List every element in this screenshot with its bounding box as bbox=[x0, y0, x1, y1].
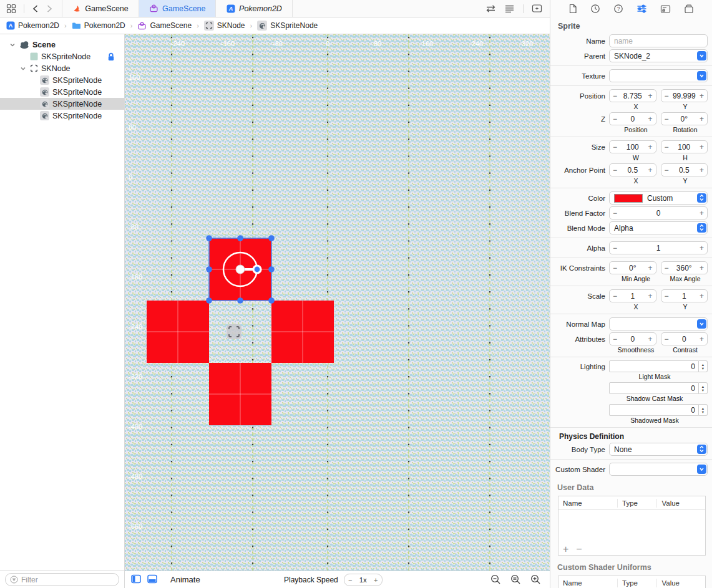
stepper-plus[interactable]: + bbox=[696, 264, 707, 272]
body-type-popup[interactable]: None bbox=[609, 443, 708, 456]
stepper-minus[interactable]: − bbox=[661, 92, 672, 100]
add-editor-icon[interactable] bbox=[532, 4, 542, 13]
selection-handle[interactable] bbox=[268, 297, 275, 304]
stepper-minus[interactable]: − bbox=[610, 292, 620, 301]
stepper-minus[interactable]: − bbox=[610, 335, 620, 344]
selection-handle[interactable] bbox=[237, 297, 243, 304]
anchor-x-stepper[interactable]: −0.5+ bbox=[609, 163, 656, 176]
blend-mode-popup[interactable]: Alpha bbox=[609, 221, 708, 234]
tree-row-sknode[interactable]: SKNode bbox=[0, 62, 124, 74]
stepper-plus[interactable]: + bbox=[696, 115, 707, 123]
swap-editor-icon[interactable] bbox=[485, 4, 496, 13]
history-inspector-icon[interactable] bbox=[590, 4, 600, 14]
selection-handle[interactable] bbox=[268, 266, 275, 272]
stepper-plus[interactable]: + bbox=[645, 115, 656, 123]
z-rotation-stepper[interactable]: −0°+ bbox=[661, 112, 708, 125]
stepper-plus[interactable]: + bbox=[645, 92, 656, 100]
ik-max-stepper[interactable]: −360°+ bbox=[661, 261, 708, 274]
position-y-stepper[interactable]: −99.999+ bbox=[661, 89, 708, 102]
chevron-down-icon[interactable] bbox=[697, 51, 706, 60]
alpha-stepper[interactable]: −1+ bbox=[609, 241, 708, 254]
library-inspector-icon[interactable] bbox=[684, 4, 694, 14]
disclosure-chevron-icon[interactable] bbox=[19, 65, 27, 72]
selection-handle[interactable] bbox=[206, 266, 212, 272]
stepper-arrows-icon[interactable]: ▴▾ bbox=[699, 382, 708, 394]
tree-row-skspritenode-3-selected[interactable]: SKSpriteNode bbox=[0, 98, 124, 110]
tree-row-skspritenode-4[interactable]: SKSpriteNode bbox=[0, 110, 124, 122]
forward-icon[interactable] bbox=[46, 4, 53, 13]
tab-gamescene-sks[interactable]: GameScene bbox=[139, 0, 216, 17]
breadcrumb-sknode[interactable]: SKNode bbox=[204, 21, 245, 31]
tab-pokemon2d[interactable]: A Pokemon2D bbox=[216, 0, 293, 17]
stepper-minus[interactable]: − bbox=[610, 244, 620, 253]
texture-combo[interactable] bbox=[609, 69, 708, 82]
stepper-minus[interactable]: − bbox=[610, 92, 620, 100]
breadcrumb-folder[interactable]: Pokemon2D bbox=[72, 21, 125, 30]
stepper-plus[interactable]: + bbox=[696, 335, 707, 344]
add-user-data-button[interactable]: + bbox=[563, 545, 568, 553]
z-position-stepper[interactable]: −0+ bbox=[609, 112, 656, 125]
stepper-minus[interactable]: − bbox=[661, 143, 672, 152]
normal-map-combo[interactable] bbox=[609, 317, 708, 330]
scene-canvas[interactable]: -240-160-80080160240320 160800-80-160-24… bbox=[125, 34, 550, 571]
related-items-icon[interactable] bbox=[6, 4, 16, 14]
scale-y-stepper[interactable]: −1+ bbox=[661, 289, 708, 302]
zoom-in-icon[interactable] bbox=[530, 574, 541, 585]
stepper-plus[interactable]: + bbox=[696, 143, 707, 152]
stepper-plus[interactable]: + bbox=[696, 209, 707, 218]
animate-button[interactable]: Animate bbox=[170, 575, 200, 584]
stepper-plus[interactable]: + bbox=[645, 264, 656, 272]
smoothness-stepper[interactable]: −0+ bbox=[609, 332, 656, 345]
breadcrumb-gamescene[interactable]: GameScene bbox=[137, 21, 192, 31]
color-popup[interactable]: Custom bbox=[609, 191, 708, 205]
stepper-minus[interactable]: − bbox=[661, 166, 672, 175]
stepper-plus[interactable]: + bbox=[645, 166, 656, 175]
stepper-plus[interactable]: + bbox=[645, 292, 656, 301]
zoom-fit-icon[interactable] bbox=[510, 574, 521, 585]
zoom-out-icon[interactable] bbox=[490, 574, 501, 585]
anchor-y-stepper[interactable]: −0.5+ bbox=[661, 163, 708, 176]
stepper-minus[interactable]: − bbox=[610, 143, 620, 152]
tab-gamescene-swift[interactable]: GameScene bbox=[62, 0, 139, 17]
stepper-minus[interactable]: − bbox=[610, 209, 620, 218]
blend-factor-stepper[interactable]: −0+ bbox=[609, 206, 708, 219]
stepper-arrows-icon[interactable]: ▴▾ bbox=[699, 404, 708, 416]
shadowed-mask-field[interactable]: 0▴▾ bbox=[609, 404, 708, 416]
custom-shader-combo[interactable] bbox=[609, 463, 708, 476]
breadcrumb-skspritenode[interactable]: SKSpriteNode bbox=[257, 21, 318, 31]
ik-min-stepper[interactable]: −0°+ bbox=[609, 261, 656, 274]
scale-x-stepper[interactable]: −1+ bbox=[609, 289, 656, 302]
chevron-down-icon[interactable] bbox=[697, 319, 706, 329]
chevron-down-icon[interactable] bbox=[697, 71, 706, 80]
stepper-plus[interactable]: + bbox=[696, 166, 707, 175]
parent-combo[interactable]: SKNode_2 bbox=[609, 49, 708, 62]
size-inspector-icon[interactable] bbox=[660, 4, 671, 14]
file-inspector-icon[interactable] bbox=[568, 4, 577, 14]
size-w-stepper[interactable]: −100+ bbox=[609, 140, 656, 153]
stepper-minus[interactable]: − bbox=[661, 115, 672, 123]
stepper-minus[interactable]: − bbox=[661, 264, 672, 272]
stepper-minus[interactable]: − bbox=[661, 292, 672, 301]
tree-row-skspritenode-bg[interactable]: SKSpriteNode bbox=[0, 51, 124, 62]
playback-speed-stepper[interactable]: − 1x + bbox=[344, 574, 383, 586]
toggle-left-panel-icon[interactable] bbox=[131, 574, 141, 584]
filter-input[interactable]: Filter bbox=[5, 573, 119, 586]
tree-row-skspritenode-2[interactable]: SKSpriteNode bbox=[0, 86, 124, 98]
stepper-arrows-icon[interactable]: ▴▾ bbox=[699, 360, 708, 372]
attributes-inspector-icon[interactable] bbox=[636, 4, 647, 14]
light-mask-field[interactable]: 0▴▾ bbox=[609, 360, 708, 372]
stepper-plus[interactable]: + bbox=[371, 576, 381, 584]
shadow-cast-mask-field[interactable]: 0▴▾ bbox=[609, 382, 708, 394]
stepper-minus[interactable]: − bbox=[610, 264, 620, 272]
disclosure-chevron-icon[interactable] bbox=[9, 42, 16, 48]
stepper-plus[interactable]: + bbox=[696, 292, 707, 301]
contrast-stepper[interactable]: −0+ bbox=[661, 332, 708, 345]
size-h-stepper[interactable]: −100+ bbox=[661, 140, 708, 153]
breadcrumb-project[interactable]: A Pokemon2D bbox=[6, 21, 59, 30]
chevron-down-icon[interactable] bbox=[697, 465, 706, 474]
tree-row-skspritenode-1[interactable]: SKSpriteNode bbox=[0, 74, 124, 86]
stepper-plus[interactable]: + bbox=[696, 92, 707, 100]
user-data-table[interactable]: Name Type Value + − bbox=[558, 496, 706, 556]
name-field[interactable]: name bbox=[609, 34, 708, 47]
selection-handle[interactable] bbox=[206, 235, 212, 241]
